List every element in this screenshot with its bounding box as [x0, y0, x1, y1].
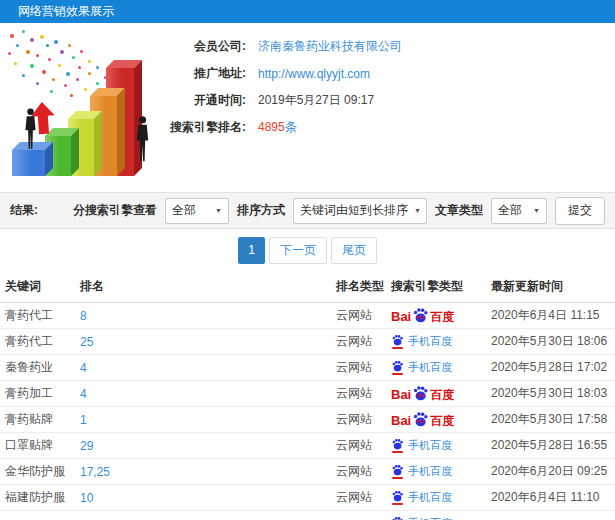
company-label: 会员公司: [0, 38, 246, 55]
engine-cell: 手机百度 [391, 438, 491, 453]
svg-text:du: du [417, 392, 425, 398]
engine-cell: Bai du百度 [391, 385, 491, 402]
paw-underline [392, 451, 403, 453]
submit-button[interactable]: 提交 [555, 197, 605, 225]
rank-type-cell: 云网站 [336, 385, 391, 402]
rank-type-cell: 云网站 [336, 359, 391, 376]
rank-link[interactable]: 4 [80, 361, 87, 375]
rank-type-cell: 云网站 [336, 333, 391, 350]
rank-type-cell: 云网站 [336, 489, 391, 506]
rank-link[interactable]: 1 [80, 413, 87, 427]
rank-cell: 25 [80, 335, 336, 349]
chevron-down-icon: ▼ [215, 207, 222, 214]
header-update-time: 最新更新时间 [491, 278, 615, 295]
engine-filter-label: 分搜索引擎查看 [73, 202, 157, 219]
mobile-baidu-label: 手机百度 [408, 464, 452, 479]
engine-filter-select[interactable]: 全部 ▼ [165, 198, 229, 224]
date-cell: 2020年5月28日 16:55 [491, 437, 615, 454]
page-title: 网络营销效果展示 [18, 4, 114, 18]
keyword-cell: 秦鲁药业 [0, 359, 80, 376]
baidu-paw-icon: du [412, 307, 429, 323]
header-rank-type: 排名类型 [336, 278, 391, 295]
baidu-paw-icon: du [412, 385, 429, 401]
table-row: 秦鲁药业 4 云网站 手机百度 2020年5月28日 17:02 [0, 355, 615, 381]
mobile-baidu-logo-icon: 手机百度 [391, 490, 452, 505]
article-type-label: 文章类型 [435, 202, 483, 219]
rank-link[interactable]: 10 [80, 491, 93, 505]
sort-value: 关键词由短到长排序 [300, 202, 408, 219]
svg-text:du: du [417, 314, 425, 320]
sort-label: 排序方式 [237, 202, 285, 219]
sort-select[interactable]: 关键词由短到长排序 ▼ [293, 198, 427, 224]
engine-cell: 手机百度 [391, 464, 491, 479]
baidu-paw-icon: du [412, 411, 429, 427]
paw-underline [392, 373, 403, 375]
mobile-baidu-label: 手机百度 [408, 438, 452, 453]
info-row-company: 会员公司: 济南秦鲁药业科技有限公司 [0, 33, 615, 60]
keyword-rank-table: 关键词 排名 排名类型 搜索引擎类型 最新更新时间 膏药代工 8 云网站 Bai… [0, 271, 615, 520]
rank-count-number: 4895 [258, 120, 285, 134]
chart-bar [12, 150, 45, 176]
rank-type-cell: 云网站 [336, 411, 391, 428]
mobile-baidu-logo-icon: 手机百度 [391, 438, 452, 453]
rank-link[interactable]: 25 [80, 335, 93, 349]
article-type-value: 全部 [498, 202, 522, 219]
table-row: 膏药代工 25 云网站 手机百度 2020年5月30日 18:06 [0, 329, 615, 355]
article-type-select[interactable]: 全部 ▼ [491, 198, 547, 224]
table-header-row: 关键词 排名 排名类型 搜索引擎类型 最新更新时间 [0, 271, 615, 303]
chevron-down-icon: ▼ [533, 207, 540, 214]
rank-link[interactable]: 4 [80, 387, 87, 401]
baidu-paw-icon [391, 360, 404, 372]
keyword-cell: 福建防护服 [0, 489, 80, 506]
rank-link[interactable]: 17,25 [80, 465, 110, 479]
info-row-url: 推广地址: http://www.qlyyjt.com [0, 60, 615, 87]
paw-underline [392, 347, 403, 349]
rank-type-cell: 云网站 [336, 463, 391, 480]
mobile-baidu-label: 手机百度 [408, 360, 452, 375]
mobile-baidu-logo-icon: 手机百度 [391, 334, 452, 349]
open-time-value: 2019年5月27日 09:17 [258, 92, 374, 109]
table-row: 手机百度 [0, 511, 615, 520]
rank-cell: 29 [80, 439, 336, 453]
company-link[interactable]: 济南秦鲁药业科技有限公司 [258, 38, 402, 55]
rank-link[interactable]: 29 [80, 439, 93, 453]
table-row: 膏药贴牌 1 云网站 Bai du百度 2020年5月30日 17:58 [0, 407, 615, 433]
chevron-down-icon: ▼ [414, 207, 421, 214]
next-page-button[interactable]: 下一页 [269, 237, 327, 264]
mobile-baidu-label: 手机百度 [408, 334, 452, 349]
last-page-button[interactable]: 尾页 [331, 237, 377, 264]
result-label: 结果: [10, 202, 38, 219]
date-cell: 2020年6月4日 11:15 [491, 307, 615, 324]
keyword-cell: 膏药贴牌 [0, 411, 80, 428]
baidu-logo-icon: Bai du百度 [391, 385, 454, 401]
page-button-current[interactable]: 1 [238, 237, 265, 264]
rank-cell: 8 [80, 309, 336, 323]
table-row: 金华防护服 17,25 云网站 手机百度 2020年6月20日 09:25 [0, 459, 615, 485]
rank-cell: 4 [80, 387, 336, 401]
engine-filter-value: 全部 [172, 202, 196, 219]
engine-cell: Bai du百度 [391, 307, 491, 324]
mobile-baidu-label: 手机百度 [408, 490, 452, 505]
keyword-cell: 金华防护服 [0, 463, 80, 480]
rank-cell: 4 [80, 361, 336, 375]
date-cell: 2020年5月30日 18:06 [491, 333, 615, 350]
baidu-logo-icon: Bai du百度 [391, 307, 454, 323]
baidu-paw-icon [391, 464, 404, 476]
engine-cell: 手机百度 [391, 516, 491, 520]
baidu-logo-icon: Bai du百度 [391, 411, 454, 427]
rank-count-suffix: 条 [285, 120, 297, 134]
paw-underline [392, 477, 403, 479]
keyword-cell: 膏药加工 [0, 385, 80, 402]
businessman-figure [133, 114, 152, 165]
keyword-cell: 膏药代工 [0, 307, 80, 324]
engine-cell: 手机百度 [391, 490, 491, 505]
rank-link[interactable]: 8 [80, 309, 87, 323]
date-cell: 2020年5月30日 17:58 [491, 411, 615, 428]
mobile-baidu-logo-icon: 手机百度 [391, 360, 452, 375]
table-body: 膏药代工 8 云网站 Bai du百度 2020年6月4日 11:15 膏药代工… [0, 303, 615, 520]
paw-underline [392, 503, 403, 505]
rank-type-cell: 云网站 [336, 307, 391, 324]
rank-cell: 1 [80, 413, 336, 427]
svg-text:du: du [417, 418, 425, 424]
promo-url-link[interactable]: http://www.qlyyjt.com [258, 67, 370, 81]
